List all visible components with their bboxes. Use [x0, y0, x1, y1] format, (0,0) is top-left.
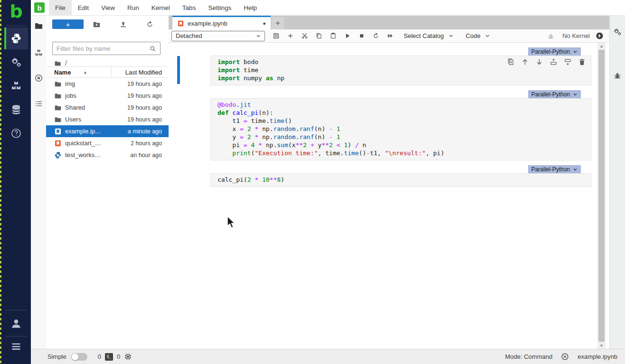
new-launcher-button[interactable]: + — [52, 19, 84, 29]
refresh-button[interactable] — [136, 20, 163, 28]
move-up-button[interactable] — [521, 58, 529, 66]
copy-button[interactable] — [312, 30, 326, 42]
file-row[interactable]: quickstart_…2 hours ago — [46, 137, 169, 149]
new-folder-button[interactable] — [84, 20, 110, 28]
help-icon — [10, 128, 22, 139]
add-icon — [287, 32, 294, 39]
file-row[interactable]: Users19 hours ago — [46, 113, 169, 125]
strip-folder-tab[interactable] — [31, 20, 46, 31]
strip-toc-tab[interactable] — [31, 98, 46, 109]
file-name: img — [65, 80, 116, 87]
menu-view[interactable]: View — [95, 0, 121, 16]
strip-running-tab[interactable] — [31, 72, 46, 84]
file-list-header: Name ▲ Last Modified — [46, 66, 169, 78]
notebook-scrollbar[interactable]: ▲ ▼ — [597, 43, 606, 349]
code-line: y = 2 * np.random.ranf(n) - 1 — [218, 133, 587, 141]
restart-button[interactable] — [369, 30, 383, 42]
save-button[interactable] — [269, 30, 283, 42]
cut-button[interactable] — [297, 30, 312, 42]
kernel-chip-icon — [124, 353, 132, 361]
mode-indicator[interactable]: Mode: Command — [505, 353, 552, 360]
file-row[interactable]: test_works…an hour ago — [46, 149, 169, 161]
filter-box — [52, 42, 161, 55]
column-last-modified[interactable]: Last Modified — [112, 69, 169, 76]
code-line: t1 = time.time() — [218, 117, 587, 125]
rail-help-button[interactable] — [1, 122, 31, 144]
fast-forward-button[interactable] — [383, 30, 397, 42]
chevron-icon — [573, 167, 578, 172]
rail-python-button[interactable] — [4, 28, 28, 49]
rail-database-button[interactable] — [1, 99, 31, 121]
rail-gears-button[interactable] — [1, 51, 31, 73]
file-row[interactable]: img19 hours ago — [46, 78, 169, 90]
breadcrumb-path: / — [65, 59, 67, 67]
database-icon — [10, 104, 22, 115]
paste-button[interactable] — [326, 30, 340, 42]
scroll-down-arrow[interactable]: ▼ — [597, 342, 606, 349]
menu-kernel[interactable]: Kernel — [145, 0, 176, 16]
rail-user-button[interactable] — [1, 313, 31, 334]
folder-icon — [54, 116, 62, 123]
code-editor[interactable]: import bodoimport timeimport numpy as np — [210, 56, 591, 85]
file-row[interactable]: example.ip…a minute ago — [46, 125, 169, 137]
upload-button[interactable] — [110, 20, 137, 28]
cell-selection-bar[interactable] — [177, 56, 180, 84]
cell-kernel-badge[interactable]: Parallel-Python — [528, 90, 581, 98]
move-down-button[interactable] — [535, 58, 543, 66]
gears-icon — [10, 56, 22, 68]
menu-settings[interactable]: Settings — [202, 0, 237, 16]
add-button[interactable] — [283, 30, 297, 42]
chevron-down-icon — [485, 33, 490, 38]
terminals-count: 0 — [98, 353, 101, 360]
right-rail-bug-tab[interactable] — [610, 70, 625, 81]
rail-divider — [6, 26, 27, 26]
file-modified: 19 hours ago — [116, 116, 169, 123]
statusbar-filename: example.ipynb — [578, 353, 617, 360]
refresh-icon — [146, 20, 154, 28]
delete-button[interactable] — [578, 58, 586, 66]
run-button[interactable] — [340, 30, 354, 42]
menu-tabs[interactable]: Tabs — [176, 0, 202, 16]
debugger-bug-icon[interactable] — [547, 32, 555, 40]
new-tab-button[interactable]: + — [272, 17, 284, 29]
scroll-up-arrow[interactable]: ▲ — [597, 43, 606, 49]
file-row[interactable]: Shared19 hours ago — [46, 102, 169, 113]
scrollbar-thumb[interactable] — [598, 50, 605, 342]
code-editor[interactable]: @bodo.jitdef calc_pi(n): t1 = time.time(… — [210, 98, 591, 160]
kernel-mode-select[interactable]: Detached — [171, 31, 265, 41]
file-row[interactable]: jobs19 hours ago — [46, 90, 169, 102]
cell-type-dropdown[interactable]: Code — [466, 32, 490, 39]
menu-help[interactable]: Help — [237, 0, 263, 16]
kernel-offline-bolt-icon[interactable] — [596, 32, 604, 40]
duplicate-button[interactable] — [507, 58, 515, 66]
notebook-icon — [54, 140, 62, 147]
insert-below-button[interactable] — [564, 58, 572, 66]
stop-button[interactable] — [354, 30, 369, 42]
right-rail-gears-tab[interactable] — [610, 26, 625, 37]
tab-example-ipynb[interactable]: example.ipynb ● — [172, 16, 271, 29]
rail-workers-button[interactable] — [1, 75, 31, 97]
right-sidebar-strip — [609, 16, 625, 349]
menu-edit[interactable]: Edit — [72, 0, 95, 16]
notebook-cell: @bodo.jitdef calc_pi(n): t1 = time.time(… — [169, 98, 597, 160]
filter-files-input[interactable] — [57, 45, 149, 52]
rail-menu-button[interactable] — [1, 336, 31, 357]
column-name[interactable]: Name ▲ — [46, 69, 111, 76]
select-catalog-dropdown[interactable]: Select Catalog — [404, 32, 454, 39]
file-modified: 19 hours ago — [116, 104, 169, 111]
cell-kernel-badge[interactable]: Parallel-Python — [528, 165, 581, 173]
folder-icon — [54, 80, 62, 88]
code-editor[interactable]: calc_pi(2 * 10**8) — [210, 173, 591, 187]
chevron-down-icon — [256, 34, 261, 38]
menu-run[interactable]: Run — [121, 0, 145, 16]
badge-label: Parallel-Python — [531, 91, 570, 98]
kernel-mode-value: Detached — [176, 32, 253, 39]
simple-mode-toggle[interactable] — [71, 353, 87, 361]
insert-above-button[interactable] — [549, 58, 558, 66]
cell-kernel-badge[interactable]: Parallel-Python — [528, 47, 581, 56]
kernel-disconnected-icon[interactable] — [561, 353, 569, 361]
menu-file[interactable]: File — [49, 0, 72, 16]
kernel-status-label[interactable]: No Kernel — [562, 32, 590, 39]
strip-workers-tab[interactable] — [31, 47, 46, 58]
running-sessions[interactable]: 0 $_ 0 — [98, 353, 132, 361]
